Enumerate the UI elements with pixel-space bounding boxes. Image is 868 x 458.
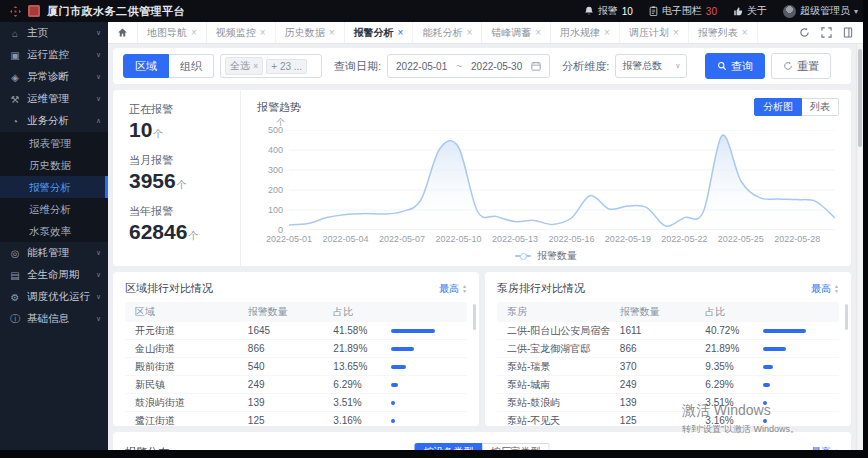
sidebar-item-主页[interactable]: ⌂主页∨: [0, 22, 108, 44]
close-icon[interactable]: ×: [604, 27, 610, 38]
remove-tag-icon[interactable]: ×: [253, 61, 258, 71]
date-range-picker[interactable]: 2022-05-01 ~ 2022-05-30: [387, 54, 550, 78]
alarm-label: 报警: [598, 4, 618, 18]
table-row[interactable]: 鼓浪屿街道1393.51%: [125, 394, 467, 412]
sidebar-subitem-历史数据[interactable]: 历史数据: [0, 154, 108, 176]
table-row[interactable]: 泵站-瑞景3709.35%: [497, 358, 839, 376]
sidebar-item-业务分析[interactable]: ◔业务分析∧: [0, 110, 108, 132]
tab-历史数据[interactable]: 历史数据×: [276, 22, 345, 43]
page-scrollbar[interactable]: [856, 44, 863, 450]
tab-报警分析[interactable]: 报警分析×: [345, 22, 414, 43]
close-icon[interactable]: ×: [191, 27, 197, 38]
home-tab[interactable]: [108, 22, 138, 43]
overview-card: 正在报警10个当月报警3956个当年报警62846个 报警趋势 分析图列表 个 …: [113, 90, 851, 266]
panel-toggle-icon[interactable]: [843, 27, 853, 38]
distribution-toggle-按厂家类型[interactable]: 按厂家类型: [483, 443, 550, 450]
tab-错峰调蓄[interactable]: 错峰调蓄×: [482, 22, 551, 43]
region-multiselect[interactable]: 全选 × + 23 ...: [220, 54, 322, 78]
about-menu[interactable]: 关于: [733, 4, 767, 18]
sidebar-item-label: 业务分析: [27, 114, 69, 128]
view-toggle-分析图[interactable]: 分析图: [754, 98, 802, 116]
sidebar-subitem-报表管理[interactable]: 报表管理: [0, 132, 108, 154]
table-row[interactable]: 开元街道164541.58%: [125, 322, 467, 340]
scrollbar-thumb[interactable]: [858, 49, 862, 147]
tab-报警列表[interactable]: 报警列表×: [689, 22, 758, 43]
sort-arrows-icon: ▲▼: [462, 284, 467, 293]
region-mode-button[interactable]: 区域: [123, 54, 169, 78]
table-row[interactable]: 金山街道86621.89%: [125, 340, 467, 358]
chart-plot[interactable]: [289, 130, 835, 230]
thumb-up-icon: [733, 6, 743, 16]
sidebar-item-运行监控[interactable]: ▣运行监控∨: [0, 44, 108, 66]
close-icon[interactable]: ×: [535, 27, 541, 38]
tab-调压计划[interactable]: 调压计划×: [620, 22, 689, 43]
cell-percent: 3.16%: [323, 415, 381, 426]
alarm-trend-area-chart: [289, 130, 835, 230]
dispatch-icon: ⚙: [9, 292, 21, 303]
sort-control[interactable]: 最高 ▲▼: [811, 282, 839, 296]
table-row[interactable]: 泵站-鼓浪屿1393.51%: [497, 394, 839, 412]
alarm-menu[interactable]: 报警 10: [584, 4, 633, 18]
sidebar-subitem-运维分析[interactable]: 运维分析: [0, 198, 108, 220]
sidebar-item-异常诊断[interactable]: ◈异常诊断∨: [0, 66, 108, 88]
sidebar-menu: ⌂主页∨▣运行监控∨◈异常诊断∨⚒运维管理∨◔业务分析∧报表管理历史数据报警分析…: [0, 22, 108, 330]
tab-能耗分析[interactable]: 能耗分析×: [413, 22, 482, 43]
reset-button[interactable]: 重置: [771, 53, 831, 79]
sidebar-item-能耗管理[interactable]: ◎能耗管理∨: [0, 242, 108, 264]
close-icon[interactable]: ×: [260, 27, 266, 38]
dimension-select[interactable]: 报警总数 ∨: [615, 54, 687, 78]
column-header: 报警数量: [610, 305, 696, 319]
cell-name: 开元街道: [125, 324, 238, 338]
cell-name: 鹭江街道: [125, 414, 238, 427]
stat-当年报警: 当年报警62846个: [129, 204, 240, 243]
sidebar-item-label: 异常诊断: [27, 70, 69, 84]
sidebar-item-运维管理[interactable]: ⚒运维管理∨: [0, 88, 108, 110]
move-handle-icon[interactable]: [10, 6, 21, 17]
selected-tag-chip[interactable]: 全选 ×: [225, 57, 263, 75]
cell-name: 鼓浪屿街道: [125, 396, 238, 410]
close-icon[interactable]: ×: [466, 27, 472, 38]
table-row[interactable]: 二供-阳台山公安局宿舍161140.72%: [497, 322, 839, 340]
stat-unit: 个: [188, 230, 198, 241]
fullscreen-icon[interactable]: [821, 27, 832, 38]
sidebar-item-基础信息[interactable]: ⓘ基础信息∨: [0, 308, 108, 330]
close-icon[interactable]: ×: [329, 27, 335, 38]
table-row[interactable]: 新民镇2496.29%: [125, 376, 467, 394]
tab-用水规律[interactable]: 用水规律×: [551, 22, 620, 43]
table-scrollbar[interactable]: [473, 304, 476, 330]
close-icon[interactable]: ×: [398, 27, 404, 38]
table-row[interactable]: 殿前街道54013.65%: [125, 358, 467, 376]
sort-control[interactable]: 最高 ▲▼: [439, 282, 467, 296]
percent-bar: [391, 329, 435, 333]
table-row[interactable]: 鹭江街道1253.16%: [125, 412, 467, 426]
close-icon[interactable]: ×: [673, 27, 679, 38]
sidebar-item-全生命周期[interactable]: ▤全生命周期∨: [0, 264, 108, 286]
cell-name: 泵站-鼓浪屿: [497, 396, 610, 410]
percent-bar-cell: [753, 365, 839, 369]
sort-arrows-icon: ▲▼: [834, 284, 839, 293]
sidebar-subitem-水泵效率[interactable]: 水泵效率: [0, 220, 108, 242]
tab-视频监控[interactable]: 视频监控×: [207, 22, 276, 43]
sort-label: 最高: [439, 282, 459, 296]
close-icon[interactable]: ×: [742, 27, 748, 38]
sidebar-item-调度优化运行[interactable]: ⚙调度优化运行∨: [0, 286, 108, 308]
sidebar-subitem-报警分析[interactable]: 报警分析: [0, 176, 108, 198]
table-row[interactable]: 二供-宝龙御湖官邸86621.89%: [497, 340, 839, 358]
chart-legend[interactable]: 报警数量: [515, 249, 577, 263]
tab-地图导航[interactable]: 地图导航×: [138, 22, 207, 43]
start-date-value[interactable]: 2022-05-01: [396, 61, 447, 72]
search-button[interactable]: 查询: [705, 53, 765, 79]
table-row[interactable]: 泵站-不见天1253.16%: [497, 412, 839, 426]
table-scrollbar[interactable]: [845, 304, 848, 330]
end-date-value[interactable]: 2022-05-30: [471, 61, 522, 72]
table-row[interactable]: 泵站-城南2496.29%: [497, 376, 839, 394]
refresh-icon[interactable]: [799, 27, 810, 38]
view-toggle-列表[interactable]: 列表: [802, 98, 839, 116]
distribution-toggle-按设备类型[interactable]: 按设备类型: [415, 443, 483, 450]
chevron-down-icon: ∨: [96, 315, 101, 323]
org-mode-button[interactable]: 组织: [169, 54, 214, 78]
user-menu[interactable]: 超级管理员 ▾: [783, 4, 858, 18]
more-tags-chip[interactable]: + 23 ...: [266, 59, 307, 74]
fence-menu[interactable]: 电子围栏 30: [649, 4, 717, 18]
cell-percent: 3.16%: [695, 415, 753, 426]
